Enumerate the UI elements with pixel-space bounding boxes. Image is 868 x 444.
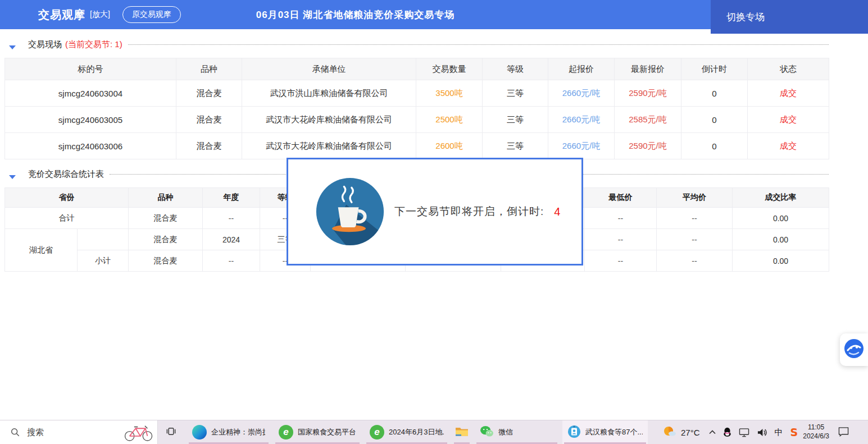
taskbar-app-browser-grain-platform[interactable]: e 国家粮食交易平台... bbox=[274, 420, 361, 444]
cell-year: 2024 bbox=[203, 229, 260, 250]
tray-expand-chevron-icon[interactable] bbox=[709, 430, 716, 434]
top-header-bar: 交易观摩 [放大] 原交易观摩 06月03日 湖北省地储粮油竞价采购交易专场 切… bbox=[0, 0, 868, 29]
taskbar-search-box[interactable]: 搜索 bbox=[0, 420, 158, 444]
cell-province: 合计 bbox=[5, 208, 129, 229]
cell-year: -- bbox=[203, 208, 260, 229]
cell-countdown: 0 bbox=[681, 107, 748, 133]
cell-variety: 混合麦 bbox=[129, 229, 203, 250]
section-marker-icon bbox=[4, 38, 21, 51]
sogou-input-icon[interactable]: S bbox=[790, 426, 798, 438]
browser-360-icon: e bbox=[370, 425, 384, 440]
file-explorer-icon bbox=[455, 426, 469, 439]
cell-min-price: -- bbox=[585, 250, 657, 272]
edge-browser-icon bbox=[192, 425, 207, 440]
cell-variety: 混合麦 bbox=[176, 107, 242, 133]
cell-latest-price: 2590元/吨 bbox=[615, 80, 681, 107]
ime-chinese-indicator[interactable]: 中 bbox=[775, 427, 783, 438]
cell-avg-price: -- bbox=[657, 208, 733, 229]
wechat-icon bbox=[480, 425, 494, 439]
cell-lot-id: sjmcg240603004 bbox=[5, 80, 176, 107]
clock-time: 11:05 bbox=[803, 423, 829, 432]
switch-session-button[interactable]: 切换专场 bbox=[711, 0, 868, 34]
section-marker-icon bbox=[4, 168, 21, 180]
taskbar-app-file-explorer[interactable] bbox=[452, 420, 471, 444]
app-label: 武汉粮食等87个... bbox=[585, 427, 643, 437]
cell-status: 成交 bbox=[748, 107, 829, 133]
browser-360-icon: e bbox=[279, 425, 293, 440]
col-start-price: 起报价 bbox=[548, 58, 615, 80]
cell-deal-ratio: 0.00 bbox=[733, 250, 829, 272]
live-section-title: 交易现场 bbox=[28, 39, 62, 50]
cell-avg-price: -- bbox=[657, 229, 733, 250]
cell-grade: 三等 bbox=[483, 133, 548, 159]
clock-date: 2024/6/3 bbox=[803, 432, 829, 441]
app-label: 微信 bbox=[498, 427, 513, 437]
table-header-row: 标的号 品种 承储单位 交易数量 等级 起报价 最新报价 倒计时 状态 bbox=[5, 58, 829, 80]
qq-icon[interactable] bbox=[723, 427, 731, 437]
cell-quantity: 3500吨 bbox=[416, 80, 483, 107]
cell-province: 湖北省 bbox=[5, 229, 78, 272]
notification-icon bbox=[838, 426, 849, 438]
volume-icon[interactable] bbox=[757, 428, 767, 437]
cell-variety: 混合麦 bbox=[176, 133, 242, 159]
cell-warehouse: 武汉市大花岭库粮油储备有限公司 bbox=[242, 107, 416, 133]
windows-taskbar: 搜索 企业精神：崇尚执... e 国家粮食交易平台... bbox=[0, 420, 868, 444]
taskbar-app-contacts-window[interactable]: 武汉粮食等87个... bbox=[562, 420, 648, 444]
contact-badge-icon bbox=[567, 425, 581, 440]
col-year: 年度 bbox=[203, 188, 260, 208]
col-variety: 品种 bbox=[129, 188, 203, 208]
taskbar-app-wechat[interactable]: 微信 bbox=[475, 420, 559, 444]
taskbar-app-edge[interactable]: 企业精神：崇尚执... bbox=[187, 420, 270, 444]
col-deal-ratio: 成交比率 bbox=[733, 188, 829, 208]
cell-min-price: -- bbox=[585, 229, 657, 250]
search-icon bbox=[10, 427, 20, 437]
network-display-icon[interactable] bbox=[739, 428, 749, 437]
customer-service-icon bbox=[844, 338, 864, 361]
cell-quantity: 2500吨 bbox=[416, 107, 483, 133]
col-province: 省份 bbox=[5, 188, 129, 208]
cell-start-price: 2660元/吨 bbox=[548, 80, 615, 107]
col-quantity: 交易数量 bbox=[416, 58, 483, 80]
cell-variety: 混合麦 bbox=[129, 208, 203, 229]
weather-sun-cloud-icon bbox=[662, 425, 677, 440]
next-session-modal: 下一交易节即将开启，倒计时: 4 bbox=[287, 158, 583, 266]
cell-warehouse: 武汉市大花岭库粮油储备有限公司 bbox=[242, 133, 416, 159]
col-status: 状态 bbox=[748, 58, 829, 80]
search-highlight-bicycle-image[interactable] bbox=[122, 423, 155, 442]
cell-warehouse: 武汉市洪山库粮油储备有限公司 bbox=[242, 80, 416, 107]
next-session-message: 下一交易节即将开启，倒计时: bbox=[394, 204, 544, 219]
floating-service-widget[interactable] bbox=[840, 333, 868, 366]
table-row: sjmcg240603005 混合麦 武汉市大花岭库粮油储备有限公司 2500吨… bbox=[5, 107, 829, 133]
cell-min-price: -- bbox=[585, 208, 657, 229]
app-label: 2024年6月3日地... bbox=[389, 427, 444, 437]
coffee-break-icon bbox=[315, 176, 385, 247]
countdown-value: 4 bbox=[554, 205, 560, 218]
search-label: 搜索 bbox=[27, 427, 44, 438]
task-view-icon bbox=[166, 426, 176, 438]
cell-grade: 三等 bbox=[483, 107, 548, 133]
col-lot-id: 标的号 bbox=[5, 58, 176, 80]
col-countdown: 倒计时 bbox=[681, 58, 748, 80]
cell-avg-price: -- bbox=[657, 250, 733, 272]
cell-status: 成交 bbox=[748, 80, 829, 107]
current-session-note: (当前交易节: 1) bbox=[65, 39, 122, 50]
cell-variety: 混合麦 bbox=[129, 250, 203, 272]
cell-latest-price: 2590元/吨 bbox=[615, 133, 681, 159]
taskbar-weather-widget[interactable]: 27°C bbox=[662, 420, 700, 444]
cell-year: -- bbox=[203, 250, 260, 272]
cell-countdown: 0 bbox=[681, 80, 748, 107]
col-avg-price: 平均价 bbox=[657, 188, 733, 208]
cell-subgroup bbox=[78, 229, 129, 250]
cell-deal-ratio: 0.00 bbox=[733, 208, 829, 229]
task-view-button[interactable] bbox=[158, 420, 184, 444]
taskbar-app-browser-auction-page[interactable]: e 2024年6月3日地... bbox=[365, 420, 449, 444]
col-min-price: 最低价 bbox=[585, 188, 657, 208]
trading-observation-page: 交易观摩 [放大] 原交易观摩 06月03日 湖北省地储粮油竞价采购交易专场 切… bbox=[0, 0, 868, 444]
taskbar-clock[interactable]: 11:05 2024/6/3 bbox=[803, 423, 829, 441]
action-center-button[interactable] bbox=[834, 420, 853, 444]
session-title: 06月03日 湖北省地储粮油竞价采购交易专场 bbox=[0, 0, 711, 29]
cell-lot-id: sjmcg240603006 bbox=[5, 133, 176, 159]
cell-lot-id: sjmcg240603005 bbox=[5, 107, 176, 133]
trading-floor-table: 标的号 品种 承储单位 交易数量 等级 起报价 最新报价 倒计时 状态 sjmc… bbox=[4, 58, 829, 159]
cell-start-price: 2660元/吨 bbox=[548, 107, 615, 133]
